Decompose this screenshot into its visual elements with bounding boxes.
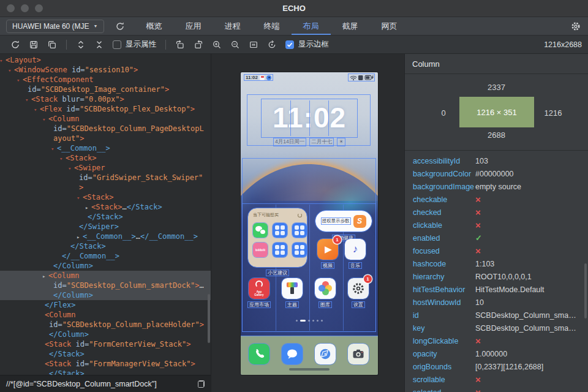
collapse-all-button[interactable] [94, 40, 104, 50]
save-button[interactable] [29, 40, 39, 50]
property-row-backgroundColor: backgroundColor#00000000 [405, 167, 588, 180]
tree-line[interactable]: </Stack> [0, 241, 211, 251]
tree-line[interactable]: ▾<Stack blur="0.00px"> [0, 94, 211, 104]
home-indicator [289, 368, 330, 371]
copy-xpath-icon[interactable] [198, 380, 205, 388]
zoom-out-icon [230, 40, 240, 50]
tree-line[interactable]: ▾<Column [0, 114, 211, 124]
property-row-accessibilityId: accessibilityId103 [405, 154, 588, 167]
bilibili-app-icon: bilibili [253, 243, 268, 257]
expand-arrow-icon[interactable]: ▸ [42, 271, 48, 281]
tree-line[interactable]: </Column> [0, 330, 211, 339]
zoom-out-button[interactable] [230, 40, 240, 50]
tree-line[interactable]: <Column [0, 310, 211, 320]
window-controls[interactable] [7, 4, 43, 12]
tree-line[interactable]: </Stack> [0, 369, 211, 375]
folder-title: 当下可能想买 [253, 212, 279, 218]
false-x-icon: × [475, 388, 481, 392]
zoom-in-button[interactable] [212, 40, 222, 50]
tree-line[interactable]: ▾<WindowScene id="session10"> [0, 65, 211, 75]
collapse-arrow-icon[interactable]: ▾ [34, 105, 40, 115]
tree-line[interactable]: </__Common__> [0, 251, 211, 261]
collapse-arrow-icon[interactable]: ▾ [51, 144, 57, 154]
tree-line[interactable]: ▾<Stack> [0, 153, 211, 163]
tree-line[interactable]: id="GridSwiper_Stack_Swiper" [0, 173, 211, 183]
tree-line[interactable]: ayout"> [0, 134, 211, 143]
tree-line[interactable]: ▾<Layout> [0, 55, 211, 65]
tree-line[interactable]: ▾<__Common__> [0, 143, 211, 153]
tab-概览[interactable]: 概览 [135, 17, 174, 35]
copy-button[interactable] [47, 40, 57, 50]
property-row-hitTestBehavior: hitTestBehaviorHitTestMode.Default [405, 283, 588, 296]
device-screenshot[interactable]: 11:02 11:02 4月14日周一 二月十七 ☀ [241, 72, 378, 375]
rotate-left-button[interactable] [175, 40, 185, 50]
reset-view-button[interactable] [267, 40, 277, 50]
maximize-window-button[interactable] [35, 4, 43, 12]
property-inspector-panel: Column 2337 0 1216 × 351 1216 2688 acces… [404, 54, 588, 392]
show-borders-checkbox[interactable] [285, 40, 294, 49]
collapse-arrow-icon[interactable]: ▾ [59, 154, 66, 164]
tab-布局[interactable]: 布局 [292, 17, 331, 35]
collapse-arrow-icon[interactable]: ▾ [77, 193, 83, 203]
tree-line[interactable]: ▾<Stack> [0, 192, 211, 202]
collapse-arrow-icon[interactable]: ▾ [25, 95, 31, 105]
tree-line[interactable]: id="SCBDesktop_Image_container"> [0, 85, 211, 94]
show-attributes-checkbox[interactable] [113, 40, 121, 49]
folder-label: 小艺建议 [266, 270, 288, 276]
expand-all-button[interactable] [76, 40, 86, 50]
false-x-icon: × [475, 336, 481, 345]
collapse-arrow-icon[interactable]: ▾ [42, 115, 48, 124]
phone-status-bar: 11:02 [244, 74, 374, 81]
tree-line[interactable]: id="SCBDesktop_Column_placeHolder"> [0, 320, 211, 330]
camera-app-icon [348, 344, 369, 364]
refresh-device-button[interactable] [115, 21, 125, 31]
tree-line[interactable]: </Stack> [0, 349, 211, 359]
tree-line[interactable]: ▸<__Common__>…</__Common__> [0, 232, 211, 241]
tab-终端[interactable]: 终端 [252, 17, 292, 35]
tab-应用[interactable]: 应用 [174, 17, 213, 35]
tree-line[interactable]: <Stack id="FormManagerView_Stack"> [0, 359, 211, 369]
tree-scrollbar[interactable] [208, 294, 210, 343]
expand-arrow-icon[interactable]: ▸ [77, 232, 83, 242]
bounds-top: 2337 [405, 83, 588, 92]
inspector-scrollbar[interactable] [584, 263, 587, 318]
refresh-layout-button[interactable] [10, 40, 20, 50]
tree-line[interactable]: > [0, 183, 211, 192]
property-key: backgroundImage [413, 183, 475, 191]
app-grid-icon [273, 223, 287, 238]
property-row-key: keySCBDesktop_Column_sma… [405, 322, 588, 334]
tree-line[interactable]: </Swiper> [0, 222, 211, 232]
show-borders-button[interactable]: 显示边框 [285, 39, 329, 50]
rotate-right-button[interactable] [194, 40, 203, 50]
tree-line[interactable]: </Column> [0, 261, 211, 271]
appgallery-app-icon: App Gallery [249, 278, 270, 299]
tree-line[interactable]: </Column> [0, 290, 211, 300]
tree-line[interactable]: ▸<Stack>…</Stack> [0, 202, 211, 212]
collapse-arrow-icon[interactable]: ▾ [8, 66, 14, 75]
tree-line[interactable]: id="SCBDesktop_Column_smartDock">… [0, 281, 211, 290]
property-value: empty source [475, 183, 521, 191]
show-attributes-button[interactable]: 显示属性 [113, 39, 156, 50]
close-window-button[interactable] [7, 4, 15, 12]
tree-line[interactable]: <Stack id="FormCenterView_Stack"> [0, 339, 211, 349]
tab-截屏[interactable]: 截屏 [331, 17, 370, 35]
tree-line[interactable]: ▸<Column [0, 271, 211, 281]
expand-arrow-icon[interactable]: ▸ [85, 203, 91, 213]
weather-sun-icon: ☀ [337, 138, 345, 146]
tree-line[interactable]: id="SCBDesktop_Column_PageDesktopL [0, 124, 211, 134]
tree-line[interactable]: ▾<EffectComponent [0, 75, 211, 85]
gear-icon[interactable] [571, 21, 581, 31]
tree-line[interactable]: ▾<Flex id="SCBDesktop_Flex_Desktop"> [0, 104, 211, 114]
device-selector[interactable]: HUAWEI Mate 60 (MJE ▼ [6, 20, 104, 33]
tab-网页[interactable]: 网页 [370, 17, 409, 35]
minimize-window-button[interactable] [21, 4, 29, 12]
collapse-arrow-icon[interactable]: ▾ [17, 75, 23, 85]
tree-line[interactable]: </Stack> [0, 212, 211, 222]
collapse-arrow-icon[interactable]: ▾ [0, 56, 6, 66]
video-app-icon: ▶1 [317, 239, 338, 260]
fit-to-frame-button[interactable] [249, 40, 258, 50]
tree-line[interactable]: </Flex> [0, 300, 211, 310]
tab-进程[interactable]: 进程 [213, 17, 252, 35]
tree-line[interactable]: ▾<Swiper [0, 163, 211, 173]
collapse-arrow-icon[interactable]: ▾ [68, 164, 74, 173]
